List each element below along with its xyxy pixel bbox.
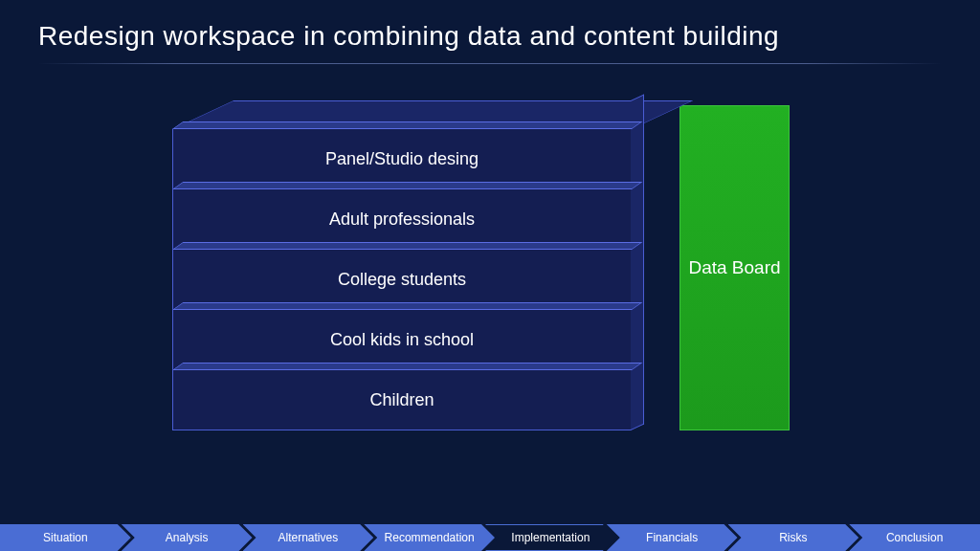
slide-title: Redesign workspace in combining data and… [0, 0, 980, 63]
layer-shelf [172, 302, 642, 310]
layer-1: Adult professionals [172, 189, 632, 250]
layer-label: Children [172, 370, 632, 430]
crumb-implementation[interactable]: Implementation [485, 524, 616, 551]
layer-label: Adult professionals [172, 189, 632, 250]
layer-shelf [172, 363, 642, 370]
layer-label: College students [172, 250, 632, 310]
data-board-box: Data Board [679, 105, 790, 430]
layer-stack: Panel/Studio desing Adult professionals … [172, 100, 632, 430]
layer-shelf [172, 242, 642, 250]
layer-label: Panel/Studio desing [172, 129, 632, 189]
stack-side-face [631, 94, 644, 430]
crumb-situation[interactable]: Situation [0, 524, 131, 551]
crumb-risks[interactable]: Risks [728, 524, 859, 551]
layer-0: Panel/Studio desing [172, 129, 632, 189]
crumb-alternatives[interactable]: Alternatives [243, 524, 374, 551]
crumb-financials[interactable]: Financials [607, 524, 738, 551]
crumb-conclusion[interactable]: Conclusion [849, 524, 980, 551]
layer-2: College students [172, 250, 632, 310]
layer-shelf [172, 121, 642, 129]
crumb-recommendation[interactable]: Recommendation [364, 524, 495, 551]
layer-4: Children [172, 370, 632, 430]
progress-breadcrumb: Situation Analysis Alternatives Recommen… [0, 524, 980, 551]
layer-shelf [172, 182, 642, 189]
data-board-label: Data Board [688, 256, 780, 280]
title-underline [38, 63, 942, 64]
layer-3: Cool kids in school [172, 310, 632, 370]
layer-label: Cool kids in school [172, 310, 632, 370]
crumb-analysis[interactable]: Analysis [122, 524, 253, 551]
slide-content: Panel/Studio desing Adult professionals … [172, 100, 790, 430]
